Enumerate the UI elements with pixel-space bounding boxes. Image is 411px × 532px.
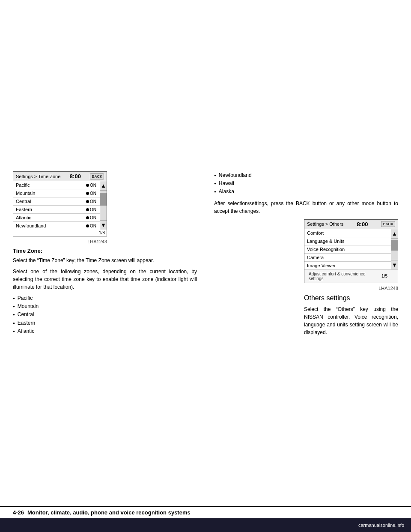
bottom-bar: carmanualsonline.info <box>0 518 411 532</box>
scroll-down-right[interactable]: ▼ <box>391 260 398 269</box>
timezone-row-newfoundland[interactable]: Newfoundland ON <box>13 222 107 230</box>
bullet-eastern: Eastern <box>13 319 197 327</box>
right-column: Newfoundland Hawaii Alaska After selecti… <box>206 171 398 340</box>
scroll-thumb-left <box>100 193 107 206</box>
timezone-row-central[interactable]: Central ON <box>13 197 107 206</box>
page-footer: 4-26 Monitor, climate, audio, phone and … <box>0 506 411 518</box>
on-text-eastern: ON <box>90 207 96 212</box>
time-zone-screen: Settings > Time Zone 8:00 BACK Pacific O… <box>13 171 107 236</box>
timezone-label-pacific: Pacific <box>16 182 86 188</box>
dot-central <box>86 200 89 203</box>
bullet-pacific: Pacific <box>13 294 197 302</box>
others-label-image: Image Viewer <box>307 263 389 268</box>
left-column: Settings > Time Zone 8:00 BACK Pacific O… <box>13 171 206 340</box>
timezone-label-mountain: Mountain <box>16 191 86 196</box>
timezone-label-newfoundland: Newfoundland <box>16 223 86 228</box>
others-rows-wrapper: Comfort Language & Units Voice Recogniti… <box>304 229 398 269</box>
others-label-camera: Camera <box>307 255 389 260</box>
others-row-comfort[interactable]: Comfort <box>304 229 398 237</box>
scrollbar-right: ▲ ▼ <box>391 229 398 269</box>
screen-rows-wrapper: Pacific ON Mountain ON <box>13 181 107 230</box>
time-zone-para1: Select the “Time Zone” key; the Time Zon… <box>13 257 197 264</box>
scroll-up-left[interactable]: ▲ <box>100 181 107 191</box>
scroll-track-right <box>391 239 398 260</box>
others-row-camera[interactable]: Camera <box>304 254 398 262</box>
bullet-atlantic: Atlantic <box>13 327 197 335</box>
middle-bullets: Newfoundland Hawaii Alaska After selecti… <box>214 171 398 215</box>
screen-header-right: Settings > Others 8:00 BACK <box>304 220 398 229</box>
on-text-newfoundland: ON <box>90 224 96 228</box>
timezone-label-eastern: Eastern <box>16 207 86 212</box>
lha-label-left: LHA1243 <box>13 239 107 244</box>
time-zone-heading: Time Zone: <box>13 248 197 254</box>
scrollbar-left: ▲ ▼ <box>100 181 107 230</box>
timezone-row-mountain[interactable]: Mountain ON <box>13 189 107 197</box>
on-indicator-central: ON <box>86 199 96 204</box>
on-indicator-eastern: ON <box>86 207 96 212</box>
screen-title-right: Settings > Others <box>307 221 343 227</box>
dot-mountain <box>86 192 89 195</box>
others-heading: Others settings <box>304 294 398 302</box>
back-button-right[interactable]: BACK <box>381 221 395 227</box>
bottom-bar-text: carmanualsonline.info <box>358 523 404 528</box>
dot-newfoundland <box>86 224 89 227</box>
dot-atlantic <box>86 216 89 219</box>
screen-footer-left: 1/8 <box>13 230 107 236</box>
screen-time-right: 8:00 <box>357 221 368 227</box>
page-indicator-right: 1/5 <box>381 274 387 278</box>
others-para1: Select the “Others” key using the NISSAN… <box>304 305 398 336</box>
screen-footer-right: Adjust comfort & convenience settings 1/… <box>304 269 398 283</box>
screen-header-left: Settings > Time Zone 8:00 BACK <box>13 172 107 181</box>
on-indicator-newfoundland: ON <box>86 224 96 228</box>
on-text-mountain: ON <box>90 191 96 196</box>
timezone-row-atlantic[interactable]: Atlantic ON <box>13 214 107 222</box>
page-number: 4-26 <box>13 509 24 516</box>
on-indicator-pacific: ON <box>86 183 96 188</box>
bullet-alaska: Alaska <box>214 188 398 196</box>
main-content: Settings > Time Zone 8:00 BACK Pacific O… <box>0 171 411 340</box>
on-text-atlantic: ON <box>90 215 96 220</box>
timezone-label-atlantic: Atlantic <box>16 215 86 220</box>
others-row-voice[interactable]: Voice Recognition <box>304 245 398 254</box>
scroll-track-left <box>100 191 107 220</box>
back-button-left[interactable]: BACK <box>90 173 104 179</box>
others-label-language: Language & Units <box>307 239 389 244</box>
status-text-right: Adjust comfort & convenience settings <box>306 271 381 282</box>
timezone-label-central: Central <box>16 199 86 204</box>
scroll-down-left[interactable]: ▼ <box>100 220 107 230</box>
on-text-central: ON <box>90 199 96 204</box>
screen-body-right: Comfort Language & Units Voice Recogniti… <box>304 229 398 283</box>
lha-label-right: LHA1248 <box>304 286 398 291</box>
dot-pacific <box>86 184 89 187</box>
bullet-hawaii: Hawaii <box>214 179 398 188</box>
timezone-row-eastern[interactable]: Eastern ON <box>13 206 107 214</box>
others-screen: Settings > Others 8:00 BACK Comfort Lang… <box>304 219 398 283</box>
scroll-thumb-right <box>391 240 398 251</box>
screen-body-left: Pacific ON Mountain ON <box>13 181 107 236</box>
footer-text: Monitor, climate, audio, phone and voice… <box>27 509 191 516</box>
columns-layout: Settings > Time Zone 8:00 BACK Pacific O… <box>13 171 398 340</box>
screen-time-left: 8:00 <box>70 173 81 179</box>
time-zone-para2: Select one of the following zones, depen… <box>13 268 197 291</box>
dot-eastern <box>86 208 89 211</box>
on-indicator-mountain: ON <box>86 191 96 196</box>
others-row-language[interactable]: Language & Units <box>304 237 398 245</box>
bullet-mountain: Mountain <box>13 302 197 311</box>
scroll-up-right[interactable]: ▲ <box>391 229 398 239</box>
page-indicator-left: 1/8 <box>99 230 105 235</box>
others-screen-wrapper: Settings > Others 8:00 BACK Comfort Lang… <box>214 219 398 340</box>
bullet-list-middle: Newfoundland Hawaii Alaska <box>214 171 398 196</box>
bullet-central: Central <box>13 311 197 319</box>
others-label-comfort: Comfort <box>307 230 389 236</box>
others-row-image[interactable]: Image Viewer <box>304 262 398 269</box>
on-text-pacific: ON <box>90 183 96 188</box>
others-label-voice: Voice Recognition <box>307 247 389 252</box>
others-text-block: Others settings Select the “Others” key … <box>304 294 398 340</box>
after-text: After selection/settings, press the BACK… <box>214 200 398 215</box>
bullet-newfoundland: Newfoundland <box>214 171 398 179</box>
bullet-list-left: Pacific Mountain Central Eastern Atlanti… <box>13 294 197 335</box>
on-indicator-atlantic: ON <box>86 215 96 220</box>
timezone-row-pacific[interactable]: Pacific ON <box>13 181 107 189</box>
screen-title-left: Settings > Time Zone <box>16 174 60 179</box>
